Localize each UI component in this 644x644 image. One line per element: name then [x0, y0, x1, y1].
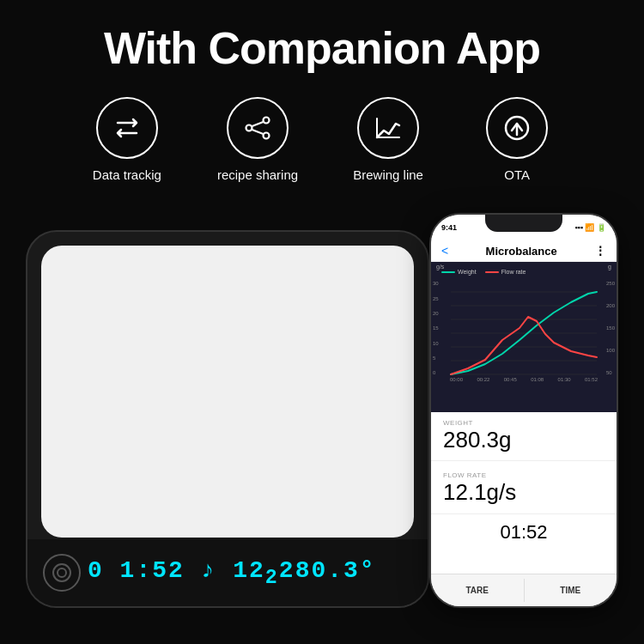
svg-line-4: [252, 130, 264, 134]
app-title: Microbalance: [448, 245, 594, 258]
divider: [431, 460, 617, 461]
page-title: With Companion App: [17, 24, 627, 73]
chart-icon: [372, 112, 404, 144]
chart-unit-gs: g/s: [436, 264, 444, 270]
chart-svg: [438, 278, 610, 377]
phone-device: 9:41 ▪▪▪ 📶 🔋 < Microbalance ⋮ Weight: [429, 213, 618, 608]
feature-recipe-sharing: recipe sharing: [217, 97, 298, 182]
chart-legend: Weight Flow rate: [438, 267, 610, 278]
time-button[interactable]: TIME: [525, 579, 617, 602]
phone-chart-area: Weight Flow rate g/s g 30 25 20 15: [431, 262, 617, 412]
svg-point-0: [264, 118, 270, 124]
phone-buttons: TARE TIME: [431, 574, 617, 606]
flow-value: 12.1g/s: [443, 479, 605, 506]
share-icon: [241, 112, 274, 144]
weight-label: WEIGHT: [443, 419, 605, 427]
phone-time: 9:41: [441, 223, 457, 232]
scale-surface: [41, 246, 414, 538]
scale-device: 0 1:52 ♪ 122280.3°: [26, 230, 429, 608]
divider2: [431, 513, 617, 514]
flow-label: FLOW RATE: [443, 471, 605, 479]
chart-x-labels: 00:00 00:22 00:45 01:08 01:30 01:52: [438, 377, 610, 382]
weight-legend-color: [441, 271, 455, 273]
feature-data-tracking: Data trackig: [88, 97, 166, 182]
svg-point-2: [264, 133, 270, 139]
upload-icon: [501, 112, 533, 144]
tare-button[interactable]: TARE: [431, 579, 525, 602]
svg-point-9: [53, 564, 70, 581]
flow-legend-label: Flow rate: [501, 269, 526, 275]
brewing-line-icon-circle: [357, 97, 419, 159]
chart-body: 30 25 20 15 10 5 0: [438, 278, 610, 377]
header-section: With Companion App: [0, 0, 644, 82]
transfer-icon: [111, 112, 143, 144]
ota-icon-circle: [486, 97, 548, 159]
ota-label: OTA: [504, 167, 530, 182]
svg-point-1: [246, 125, 252, 131]
weight-section: WEIGHT 280.3g: [431, 412, 617, 457]
flow-legend-color: [485, 271, 499, 273]
phone-time-display: 01:52: [431, 518, 617, 547]
data-tracking-icon-circle: [96, 97, 158, 159]
recipe-sharing-icon-circle: [227, 97, 289, 159]
legend-flow: Flow rate: [485, 269, 526, 275]
flow-section: FLOW RATE 12.1g/s: [431, 465, 617, 509]
chart-y-left: 30 25 20 15 10 5 0: [431, 281, 440, 375]
phone-app-header: < Microbalance ⋮: [431, 237, 617, 262]
chart-y-right: 250 200 150 100 50: [605, 281, 617, 375]
features-row: Data trackig recipe sharing Brewing line: [0, 82, 644, 187]
scale-display: 0 1:52 ♪ 122280.3°: [27, 539, 428, 606]
main-content: 0 1:52 ♪ 122280.3° 9:41 ▪▪▪ 📶 🔋 < Microb…: [0, 187, 644, 608]
phone-notch: [485, 215, 562, 232]
svg-point-10: [58, 568, 66, 577]
phone-status-icons: ▪▪▪ 📶 🔋: [574, 223, 606, 232]
back-button[interactable]: <: [441, 244, 448, 258]
phone-screen: 9:41 ▪▪▪ 📶 🔋 < Microbalance ⋮ Weight: [431, 215, 617, 606]
feature-brewing-line: Brewing line: [349, 97, 427, 182]
data-tracking-label: Data trackig: [93, 167, 161, 182]
weight-value: 280.3g: [443, 427, 605, 453]
svg-line-3: [252, 122, 264, 126]
scale-display-text: 0 1:52 ♪ 122280.3°: [88, 557, 412, 589]
brewing-line-label: Brewing line: [353, 167, 423, 182]
scale-logo-icon: [43, 554, 81, 592]
weight-legend-label: Weight: [458, 269, 477, 275]
menu-button[interactable]: ⋮: [594, 244, 606, 258]
chart-unit-g: g: [608, 264, 611, 270]
feature-ota: OTA: [478, 97, 556, 182]
recipe-sharing-label: recipe sharing: [217, 167, 298, 182]
legend-weight: Weight: [441, 269, 477, 275]
